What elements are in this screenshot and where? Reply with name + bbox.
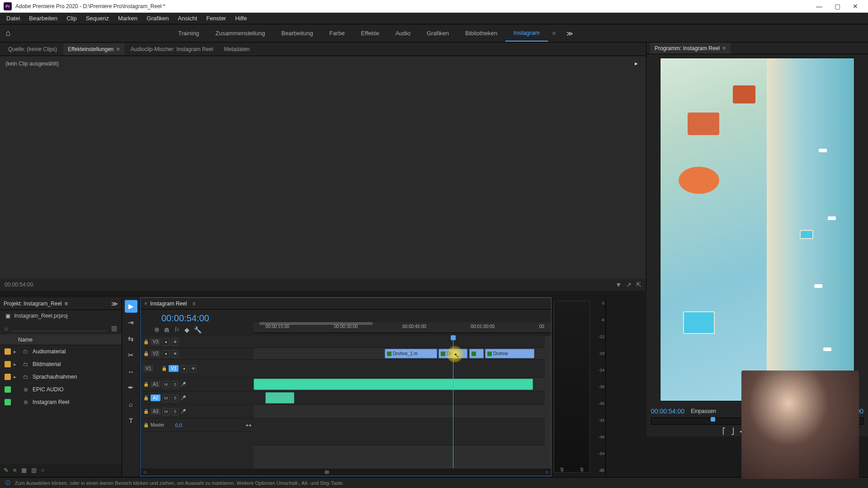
tab-audio-mixer[interactable]: Audioclip-Mischer: Instagram Reel: [126, 44, 218, 55]
expand-caret-icon[interactable]: ▸: [635, 60, 638, 67]
master-value[interactable]: 0,0: [175, 422, 182, 428]
close-tab-icon[interactable]: ×: [144, 300, 147, 307]
search-icon[interactable]: ⌕: [5, 325, 8, 332]
lock-icon[interactable]: 🔒: [143, 395, 149, 400]
track-target-v2[interactable]: V2: [151, 350, 160, 357]
tab-program[interactable]: Programm: Instagram Reel≡: [650, 42, 731, 54]
track-target-a1[interactable]: A1: [151, 381, 160, 388]
bin-item[interactable]: ▸🗀Audiomaterial: [0, 345, 122, 358]
razor-tool[interactable]: ✂: [125, 349, 137, 361]
solo-button[interactable]: S: [171, 408, 179, 415]
maximize-button[interactable]: ▢: [828, 0, 846, 13]
bin-item[interactable]: ▸🗀Bildmaterial: [0, 358, 122, 371]
track-target-a3[interactable]: A3: [151, 408, 160, 415]
timeline-ruler[interactable]: 00:00:15:00 00:00:30:00 00:00:45:00 00:0…: [254, 322, 551, 333]
video-clip[interactable]: [469, 349, 484, 358]
lock-icon[interactable]: 🔒: [143, 409, 149, 414]
workspace-training[interactable]: Training: [170, 25, 207, 41]
home-icon[interactable]: ⌂: [0, 28, 16, 38]
panel-menu-icon[interactable]: ≡: [116, 46, 120, 52]
solo-right[interactable]: S: [580, 467, 584, 476]
pen-tool[interactable]: ✒: [125, 381, 137, 394]
share-icon[interactable]: ↗: [626, 281, 632, 288]
export-icon[interactable]: ⇱: [636, 281, 642, 288]
solo-button[interactable]: S: [171, 394, 179, 402]
wrench-icon[interactable]: 🔧: [194, 326, 202, 333]
ripple-edit-tool[interactable]: ⇆: [125, 333, 137, 345]
add-marker-icon[interactable]: ⚐: [174, 326, 180, 333]
menu-grafiken[interactable]: Grafiken: [142, 13, 173, 23]
effect-timecode[interactable]: 00:00:54:00: [5, 282, 611, 288]
mute-button[interactable]: M: [162, 381, 170, 388]
menu-sequenz[interactable]: Sequenz: [81, 13, 113, 23]
voiceover-icon[interactable]: 🎤: [180, 382, 186, 387]
source-patch-v1[interactable]: V1: [143, 365, 153, 372]
track-target-v3[interactable]: V3: [151, 338, 160, 345]
lock-icon[interactable]: 🔒: [143, 339, 149, 344]
toggle-output[interactable]: ●: [162, 338, 170, 346]
tab-effect-controls[interactable]: Effekteinstellungen≡: [63, 43, 124, 55]
timeline-tab[interactable]: Instagram Reel: [150, 300, 187, 307]
video-clip[interactable]: Drohne_1.m: [385, 349, 437, 358]
expand-icon[interactable]: ≫: [111, 300, 118, 307]
new-bin-icon[interactable]: ▥: [111, 324, 117, 332]
track-target-a2[interactable]: A2: [151, 394, 160, 401]
minimize-button[interactable]: —: [810, 0, 828, 13]
lock-icon[interactable]: 🔒: [143, 382, 149, 387]
video-clip[interactable]: Drohne: [485, 349, 534, 358]
lock-icon[interactable]: 🔒: [143, 351, 149, 356]
collapse-icon[interactable]: ▸◂: [246, 422, 251, 427]
hand-tool[interactable]: ⌕: [125, 398, 137, 410]
icon-view-icon[interactable]: ▦: [21, 467, 27, 474]
solo-button[interactable]: S: [171, 381, 179, 388]
track-select-tool[interactable]: ⇥: [125, 316, 137, 329]
menu-hilfe[interactable]: Hilfe: [231, 13, 251, 23]
panel-menu-icon[interactable]: ≡: [192, 300, 195, 307]
menu-datei[interactable]: Datei: [2, 13, 24, 23]
menu-bearbeiten[interactable]: Bearbeiten: [24, 13, 62, 23]
audio-clip[interactable]: [254, 379, 533, 390]
tab-source[interactable]: Quelle: (keine Clips): [4, 44, 61, 55]
type-tool[interactable]: T: [125, 414, 137, 427]
snap-icon[interactable]: ❊: [154, 326, 160, 333]
workspace-farbe[interactable]: Farbe: [321, 25, 353, 41]
freeform-view-icon[interactable]: ▥: [31, 467, 37, 474]
sequence-item[interactable]: ≣EPIC AUDIO: [0, 383, 122, 396]
menu-clip[interactable]: Clip: [62, 13, 81, 23]
sequence-item[interactable]: ≣Instagram Reel: [0, 396, 122, 408]
search-input[interactable]: [12, 325, 108, 331]
tab-project[interactable]: Projekt: Instagram_Reel≡: [4, 300, 68, 307]
workspace-bearbeitung[interactable]: Bearbeitung: [273, 25, 321, 41]
workspace-grafiken[interactable]: Grafiken: [419, 25, 457, 41]
toggle-output[interactable]: ●: [162, 350, 170, 357]
mute-button[interactable]: M: [162, 408, 170, 415]
menu-fenster[interactable]: Fenster: [202, 13, 231, 23]
workspace-config-icon[interactable]: ≡: [548, 30, 560, 37]
solo-left[interactable]: S: [561, 467, 564, 476]
workspace-zusammenstellung[interactable]: Zusammenstellung: [207, 25, 273, 41]
workspace-effekte[interactable]: Effekte: [353, 25, 387, 41]
track-target-v1[interactable]: V1: [169, 365, 179, 372]
toggle-sync[interactable]: 👁: [171, 350, 179, 357]
toggle-sync[interactable]: 👁: [171, 338, 179, 346]
menu-marken[interactable]: Marken: [113, 13, 142, 23]
lock-icon[interactable]: 🔒: [143, 422, 149, 427]
panel-menu-icon[interactable]: ≡: [65, 300, 68, 307]
workspace-overflow-icon[interactable]: ≫: [560, 30, 580, 37]
lock-icon[interactable]: 🔒: [161, 366, 167, 371]
voiceover-icon[interactable]: 🎤: [180, 395, 186, 400]
toggle-output[interactable]: ●: [180, 365, 188, 372]
selection-tool[interactable]: ▶: [125, 300, 137, 313]
list-view-icon[interactable]: ≡: [13, 467, 17, 474]
timeline-hscroll[interactable]: ○ ○: [141, 469, 551, 476]
audio-clip[interactable]: [265, 392, 294, 404]
tab-metadata[interactable]: Metadaten: [220, 44, 255, 55]
timeline-timecode[interactable]: 00:00:54:00: [145, 312, 249, 326]
zoom-slider[interactable]: ○: [41, 467, 45, 474]
toggle-sync[interactable]: 👁: [189, 365, 197, 372]
menu-ansicht[interactable]: Ansicht: [173, 13, 202, 23]
voiceover-icon[interactable]: 🎤: [180, 409, 186, 414]
mute-button[interactable]: M: [162, 394, 170, 402]
close-button[interactable]: ✕: [846, 0, 864, 13]
workspace-instagram[interactable]: Instagram: [505, 25, 548, 42]
